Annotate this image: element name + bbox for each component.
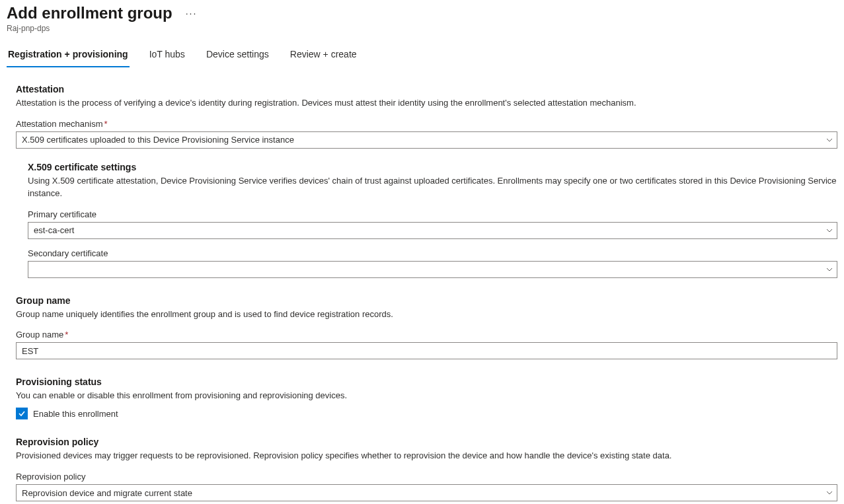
group-name-label: Group name* [16,330,837,340]
secondary-cert-label: Secondary certificate [28,248,837,258]
group-name-heading: Group name [16,295,837,306]
tab-registration-provisioning[interactable]: Registration + provisioning [7,45,130,67]
reprovision-heading: Reprovision policy [16,437,837,447]
attestation-mechanism-label: Attestation mechanism* [16,119,837,129]
reprovision-desc: Provisioned devices may trigger requests… [16,450,837,462]
x509-desc: Using X.509 certificate attestation, Dev… [28,175,837,200]
resource-subtitle: Raj-pnp-dps [7,24,837,33]
reprovision-section: Reprovision policy Provisioned devices m… [16,437,837,501]
reprovision-policy-select[interactable]: Reprovision device and migrate current s… [16,484,837,501]
provisioning-status-section: Provisioning status You can enable or di… [16,377,837,419]
tab-device-settings[interactable]: Device settings [205,45,270,67]
provisioning-status-desc: You can enable or disable this enrollmen… [16,390,837,402]
tab-review-create[interactable]: Review + create [289,45,358,67]
primary-cert-select[interactable]: est-ca-cert [28,222,837,239]
enable-enrollment-checkbox[interactable] [16,408,28,419]
provisioning-status-heading: Provisioning status [16,377,837,387]
primary-cert-label: Primary certificate [28,209,837,219]
reprovision-policy-label: Reprovision policy [16,472,837,482]
more-actions-button[interactable]: ··· [183,9,200,18]
tab-iot-hubs[interactable]: IoT hubs [148,45,186,67]
x509-heading: X.509 certificate settings [28,162,837,172]
group-name-section: Group name Group name uniquely identifie… [16,295,837,360]
secondary-cert-select[interactable] [28,261,837,278]
attestation-mechanism-select[interactable]: X.509 certificates uploaded to this Devi… [16,131,837,149]
group-name-desc: Group name uniquely identifies the enrol… [16,308,837,321]
x509-section: X.509 certificate settings Using X.509 c… [16,162,837,278]
enable-enrollment-label: Enable this enrollment [33,409,118,419]
page-title: Add enrollment group [7,4,173,22]
tab-bar: Registration + provisioningIoT hubsDevic… [7,45,837,68]
attestation-section: Attestation Attestation is the process o… [16,84,837,149]
attestation-desc: Attestation is the process of verifying … [16,97,837,110]
group-name-input[interactable] [16,342,837,359]
attestation-heading: Attestation [16,84,837,94]
